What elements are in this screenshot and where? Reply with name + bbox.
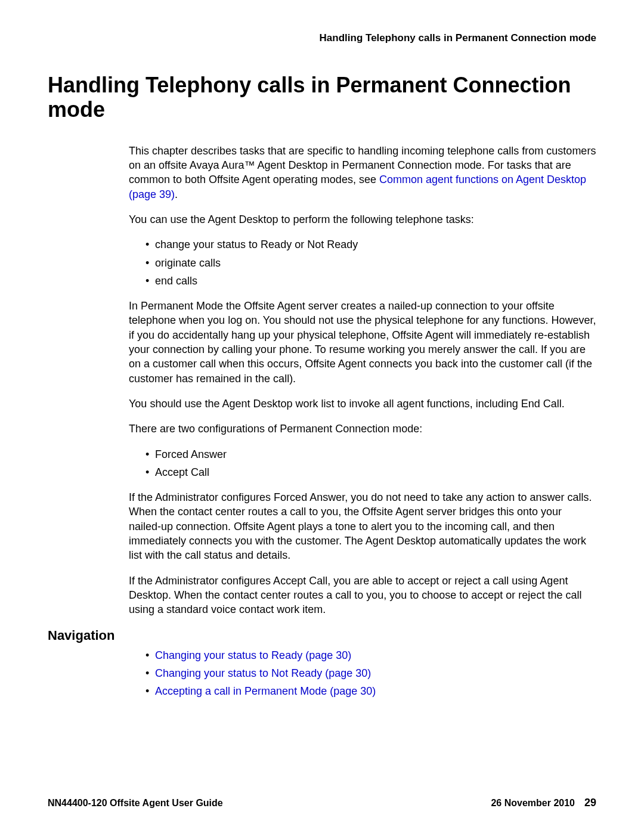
configs-lead: There are two configurations of Permanen… <box>129 422 596 436</box>
list-item: Accepting a call in Permanent Mode (page… <box>145 684 596 698</box>
list-item: originate calls <box>145 256 596 270</box>
list-item: Forced Answer <box>145 447 596 462</box>
chapter-title: Handling Telephony calls in Permanent Co… <box>48 73 596 122</box>
running-header: Handling Telephony calls in Permanent Co… <box>48 32 596 44</box>
list-item: Changing your status to Ready (page 30) <box>145 648 596 662</box>
footer-right: 26 November 2010 29 <box>491 797 596 809</box>
link-changing-status-ready[interactable]: Changing your status to Ready (page 30) <box>155 649 351 661</box>
list-item: Accept Call <box>145 465 596 479</box>
document-page: Handling Telephony calls in Permanent Co… <box>0 0 644 833</box>
forced-answer-paragraph: If the Administrator configures Forced A… <box>129 490 596 562</box>
page-footer: NN44400-120 Offsite Agent User Guide 26 … <box>48 797 596 809</box>
footer-page-number: 29 <box>584 797 596 809</box>
link-accepting-call-permanent[interactable]: Accepting a call in Permanent Mode (page… <box>155 685 376 697</box>
accept-call-paragraph: If the Administrator configures Accept C… <box>129 574 596 617</box>
navigation-heading: Navigation <box>48 628 596 643</box>
tasks-list: change your status to Ready or Not Ready… <box>129 237 596 288</box>
link-changing-status-not-ready[interactable]: Changing your status to Not Ready (page … <box>155 667 371 679</box>
body-column: This chapter describes tasks that are sp… <box>129 144 596 617</box>
navigation-list: Changing your status to Ready (page 30) … <box>129 648 596 699</box>
list-item: end calls <box>145 274 596 288</box>
list-item: Changing your status to Not Ready (page … <box>145 666 596 680</box>
navigation-column: Changing your status to Ready (page 30) … <box>129 648 596 699</box>
worklist-paragraph: You should use the Agent Desktop work li… <box>129 397 596 411</box>
permanent-mode-paragraph: In Permanent Mode the Offsite Agent serv… <box>129 299 596 386</box>
tasks-lead: You can use the Agent Desktop to perform… <box>129 212 596 227</box>
footer-date: 26 November 2010 <box>491 798 575 809</box>
list-item: change your status to Ready or Not Ready <box>145 237 596 252</box>
configs-list: Forced Answer Accept Call <box>129 447 596 480</box>
intro-text-2: . <box>175 188 178 200</box>
intro-paragraph: This chapter describes tasks that are sp… <box>129 144 596 202</box>
footer-doc-id: NN44400-120 Offsite Agent User Guide <box>48 798 223 809</box>
